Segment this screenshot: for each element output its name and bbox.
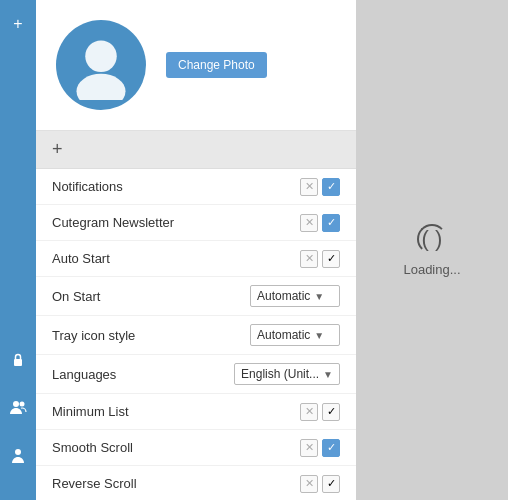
checkbox-x-auto_start[interactable]: ✕ xyxy=(300,250,318,268)
svg-point-3 xyxy=(15,449,21,455)
setting-label-on_start: On Start xyxy=(52,289,100,304)
setting-control-tray_icon_style[interactable]: Automatic▼ xyxy=(250,324,340,346)
setting-label-minimum_list: Minimum List xyxy=(52,404,129,419)
setting-row-cutegram_newsletter: Cutegram Newsletter✕✓ xyxy=(36,205,356,241)
checkbox-x-notifications[interactable]: ✕ xyxy=(300,178,318,196)
setting-control-on_start[interactable]: Automatic▼ xyxy=(250,285,340,307)
setting-control-smooth_scroll[interactable]: ✕✓ xyxy=(300,439,340,457)
checkbox-check-notifications[interactable]: ✓ xyxy=(322,178,340,196)
checkbox-x-minimum_list[interactable]: ✕ xyxy=(300,403,318,421)
lock-icon[interactable] xyxy=(4,346,32,374)
people-icon[interactable] xyxy=(4,394,32,422)
setting-row-on_start: On StartAutomatic▼ xyxy=(36,277,356,316)
person-icon[interactable] xyxy=(4,442,32,470)
svg-point-4 xyxy=(85,41,117,73)
dropdown-tray_icon_style[interactable]: Automatic▼ xyxy=(250,324,340,346)
change-photo-button[interactable]: Change Photo xyxy=(166,52,267,78)
setting-control-reverse_scroll[interactable]: ✕✓ xyxy=(300,475,340,493)
setting-label-tray_icon_style: Tray icon style xyxy=(52,328,135,343)
setting-control-auto_start[interactable]: ✕✓ xyxy=(300,250,340,268)
setting-label-languages: Languages xyxy=(52,367,116,382)
plus-bar[interactable]: + xyxy=(36,131,356,169)
setting-control-cutegram_newsletter[interactable]: ✕✓ xyxy=(300,214,340,232)
plus-icon[interactable]: + xyxy=(4,10,32,38)
loading-spinner: ( ) xyxy=(417,224,447,254)
checkbox-check-cutegram_newsletter[interactable]: ✓ xyxy=(322,214,340,232)
setting-control-minimum_list[interactable]: ✕✓ xyxy=(300,403,340,421)
main-panel: Change Photo + Notifications✕✓Cutegram N… xyxy=(36,0,356,500)
setting-label-auto_start: Auto Start xyxy=(52,251,110,266)
setting-row-reverse_scroll: Reverse Scroll✕✓ xyxy=(36,466,356,500)
setting-label-reverse_scroll: Reverse Scroll xyxy=(52,476,137,491)
setting-row-smooth_scroll: Smooth Scroll✕✓ xyxy=(36,430,356,466)
setting-row-notifications: Notifications✕✓ xyxy=(36,169,356,205)
setting-label-notifications: Notifications xyxy=(52,179,123,194)
sidebar: + xyxy=(0,0,36,500)
right-panel: ( ) Loading... xyxy=(356,0,508,500)
svg-point-5 xyxy=(77,74,126,100)
svg-point-2 xyxy=(20,402,25,407)
checkbox-x-reverse_scroll[interactable]: ✕ xyxy=(300,475,318,493)
checkbox-check-reverse_scroll[interactable]: ✓ xyxy=(322,475,340,493)
setting-control-notifications[interactable]: ✕✓ xyxy=(300,178,340,196)
checkbox-check-auto_start[interactable]: ✓ xyxy=(322,250,340,268)
setting-row-tray_icon_style: Tray icon styleAutomatic▼ xyxy=(36,316,356,355)
dropdown-on_start[interactable]: Automatic▼ xyxy=(250,285,340,307)
svg-rect-0 xyxy=(14,359,22,366)
setting-row-minimum_list: Minimum List✕✓ xyxy=(36,394,356,430)
setting-label-smooth_scroll: Smooth Scroll xyxy=(52,440,133,455)
dropdown-languages[interactable]: English (Unit...▼ xyxy=(234,363,340,385)
setting-label-cutegram_newsletter: Cutegram Newsletter xyxy=(52,215,174,230)
setting-row-languages: LanguagesEnglish (Unit...▼ xyxy=(36,355,356,394)
checkbox-check-minimum_list[interactable]: ✓ xyxy=(322,403,340,421)
loading-text: Loading... xyxy=(403,262,460,277)
setting-control-languages[interactable]: English (Unit...▼ xyxy=(234,363,340,385)
svg-point-1 xyxy=(13,401,19,407)
setting-row-auto_start: Auto Start✕✓ xyxy=(36,241,356,277)
avatar xyxy=(56,20,146,110)
checkbox-x-cutegram_newsletter[interactable]: ✕ xyxy=(300,214,318,232)
checkbox-check-smooth_scroll[interactable]: ✓ xyxy=(322,439,340,457)
settings-list: Notifications✕✓Cutegram Newsletter✕✓Auto… xyxy=(36,169,356,500)
checkbox-x-smooth_scroll[interactable]: ✕ xyxy=(300,439,318,457)
profile-section: Change Photo xyxy=(36,0,356,131)
